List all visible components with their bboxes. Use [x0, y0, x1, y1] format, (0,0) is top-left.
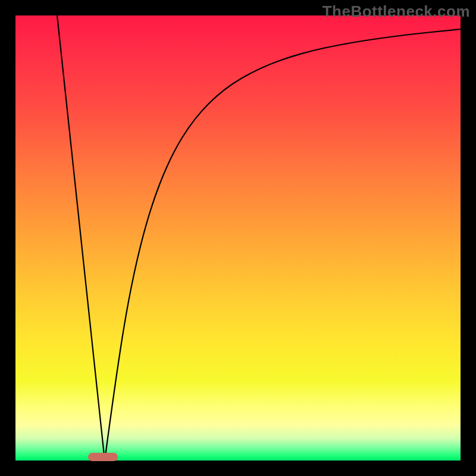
plot-area: [15, 15, 461, 461]
watermark-text: TheBottleneck.com: [322, 2, 470, 21]
curve-right-segment: [105, 29, 461, 461]
curve-left-segment: [57, 15, 105, 461]
bottleneck-curve: [15, 15, 461, 461]
chart-container: TheBottleneck.com: [0, 0, 476, 476]
optimal-marker: [88, 453, 118, 461]
